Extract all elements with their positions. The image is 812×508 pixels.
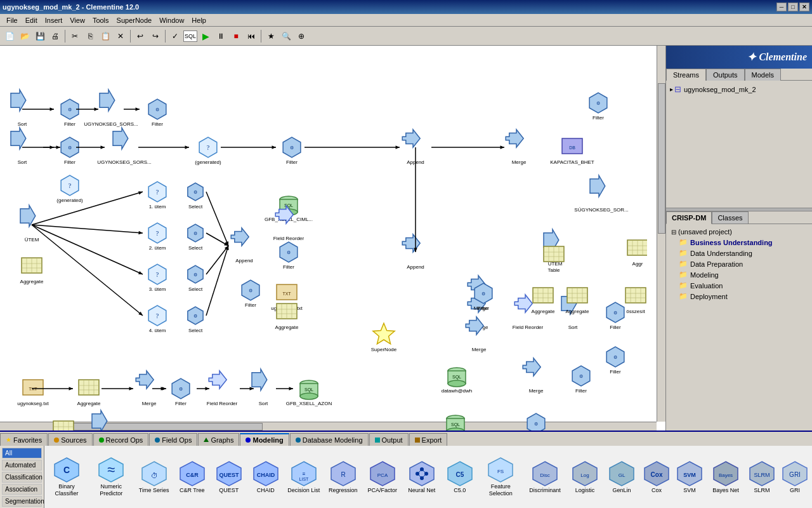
node-time-series[interactable]: ⏱ Time Series	[135, 459, 173, 495]
menu-supernode[interactable]: SuperNode	[113, 15, 156, 25]
tab-favorites[interactable]: ★Favorites	[0, 433, 48, 446]
new-button[interactable]: 📄	[3, 29, 16, 43]
svg-text:Bayes: Bayes	[719, 472, 733, 478]
filter-classification[interactable]: Classification	[2, 472, 42, 483]
node-regression[interactable]: R Regression	[324, 459, 362, 495]
node-c50[interactable]: C5 C5.0	[442, 459, 478, 495]
svg-text:SVM: SVM	[683, 472, 696, 478]
tab-outputs[interactable]: Outputs	[706, 69, 745, 81]
stop-button[interactable]: ■	[229, 29, 243, 43]
crisp-data-prep[interactable]: 📁 Data Preparation	[669, 258, 809, 269]
expand-icon: ▸	[670, 86, 673, 93]
copy-button[interactable]: ⎘	[83, 29, 97, 43]
search-button[interactable]: 🔍	[279, 29, 293, 43]
close-button[interactable]: ✕	[799, 3, 809, 11]
slrm-icon: SLRM	[749, 460, 775, 487]
crisp-biz[interactable]: 📁 Business Understanding	[669, 237, 809, 248]
redo-button[interactable]: ↪	[148, 29, 162, 43]
undo-button[interactable]: ↩	[133, 29, 147, 43]
node-logistic[interactable]: Log Logistic	[567, 459, 603, 495]
node-svm[interactable]: SVM SVM	[674, 459, 705, 495]
palette-inner: All Automated Classification Association…	[0, 446, 812, 508]
svg-text:FS: FS	[497, 469, 504, 474]
filter-segmentation[interactable]: Segmentation	[2, 496, 42, 507]
node-discriminant[interactable]: Disc Discriminant	[524, 459, 566, 495]
print-button[interactable]: 🖨	[48, 29, 62, 43]
zoom-button[interactable]: ⊕	[294, 29, 308, 43]
tab-record-ops[interactable]: Record Ops	[93, 433, 149, 446]
pause-button[interactable]: ⏸	[214, 29, 228, 43]
node-chaid[interactable]: CHAID CHAID	[248, 459, 284, 495]
crisp-panel: CRISP-DM Classes ⊟ (unsaved project) 📁 B…	[666, 211, 812, 377]
node-slrm[interactable]: SLRM SLRM	[746, 459, 778, 495]
node-label-crtree: C&R Tree	[180, 487, 205, 494]
tab-streams[interactable]: Streams	[666, 69, 706, 81]
minimize-button[interactable]: ─	[776, 3, 787, 11]
menu-view[interactable]: View	[66, 15, 89, 25]
node-label-genlin: GenLin	[612, 487, 631, 494]
filter-all[interactable]: All	[2, 448, 42, 458]
sql-button[interactable]: SQL	[183, 30, 197, 42]
vscroll-thumb[interactable]	[658, 83, 665, 234]
menu-insert[interactable]: Insert	[41, 15, 67, 25]
tab-output[interactable]: Output	[369, 433, 409, 446]
svg-text:GRI: GRI	[789, 471, 801, 478]
delete-button[interactable]: ✕	[114, 29, 128, 43]
menu-edit[interactable]: Edit	[22, 15, 41, 25]
node-feature-selection[interactable]: FS Feature Selection	[479, 455, 523, 498]
run-button[interactable]: ✓	[168, 29, 182, 43]
node-label-feature-selection: Feature Selection	[480, 483, 521, 497]
node-quest[interactable]: QUEST QUEST	[211, 459, 247, 495]
menu-tools[interactable]: Tools	[89, 15, 113, 25]
tab-field-ops[interactable]: Field Ops	[149, 433, 197, 446]
save-button[interactable]: 💾	[33, 29, 47, 43]
tree-expand-root[interactable]: ▸ ⊟ ugynokseg_mod_mk_2	[669, 83, 809, 95]
folder-icon-eval: 📁	[679, 281, 688, 290]
node-cox[interactable]: Cox Cox	[641, 459, 672, 495]
tab-sources[interactable]: Sources	[48, 433, 92, 446]
menu-window[interactable]: Window	[155, 15, 188, 25]
paste-button[interactable]: 📋	[98, 29, 112, 43]
play-button[interactable]: ▶	[199, 29, 213, 43]
tab-crisp[interactable]: CRISP-DM	[666, 211, 712, 224]
node-decision-list[interactable]: ≡ LIST Decision List	[285, 459, 323, 495]
node-pca-factor[interactable]: PCA PCA/Factor	[363, 459, 402, 495]
tab-classes[interactable]: Classes	[712, 211, 748, 224]
folder-icon-data-und: 📁	[679, 249, 688, 257]
canvas-area[interactable]	[0, 46, 666, 431]
vscrollbar[interactable]	[657, 46, 665, 422]
crisp-data-und[interactable]: 📁 Data Understanding	[669, 248, 809, 258]
node-binary-classifier[interactable]: C Binary Classifier	[46, 455, 88, 498]
back-button[interactable]: ⏮	[244, 29, 258, 43]
node-gri[interactable]: GRI GRI	[779, 459, 811, 495]
menu-file[interactable]: File	[3, 15, 22, 25]
filter-automated[interactable]: Automated	[2, 460, 42, 471]
cut-button[interactable]: ✂	[68, 29, 82, 43]
tab-modeling[interactable]: Modeling	[240, 433, 289, 446]
crisp-root[interactable]: ⊟ (unsaved project)	[669, 227, 809, 237]
crisp-modeling[interactable]: 📁 Modeling	[669, 269, 809, 280]
menu-help[interactable]: Help	[188, 15, 210, 25]
crisp-eval[interactable]: 📁 Evaluation	[669, 280, 809, 291]
filter-association[interactable]: Association	[2, 484, 42, 495]
crisp-deploy[interactable]: 📁 Deployment	[669, 291, 809, 302]
node-neural-net[interactable]: Neural Net	[403, 459, 441, 495]
hscrollbar[interactable]	[0, 422, 657, 431]
tab-models[interactable]: Models	[745, 69, 781, 81]
maximize-button[interactable]: □	[788, 3, 798, 11]
node-label-gri: GRI	[790, 487, 800, 494]
tab-database-modeling[interactable]: Database Modeling	[290, 433, 369, 446]
bookmark-button[interactable]: ★	[264, 29, 278, 43]
hscroll-thumb[interactable]	[66, 423, 263, 431]
node-numeric-predictor[interactable]: ≈ Numeric Predictor	[89, 455, 134, 498]
stream-name[interactable]: ugynokseg_mod_mk_2	[684, 86, 756, 93]
node-cr-tree[interactable]: C&R C&R Tree	[174, 459, 210, 495]
node-label-cox: Cox	[652, 487, 662, 494]
node-genlin[interactable]: GL GenLin	[604, 459, 639, 495]
open-button[interactable]: 📂	[18, 29, 32, 43]
node-bayes-net[interactable]: Bayes Bayes Net	[707, 459, 745, 495]
tab-graphs[interactable]: Graphs	[198, 433, 239, 446]
node-label-chaid: CHAID	[257, 487, 275, 494]
tab-export[interactable]: Export	[409, 433, 448, 446]
toolbar-sep4	[261, 30, 261, 43]
